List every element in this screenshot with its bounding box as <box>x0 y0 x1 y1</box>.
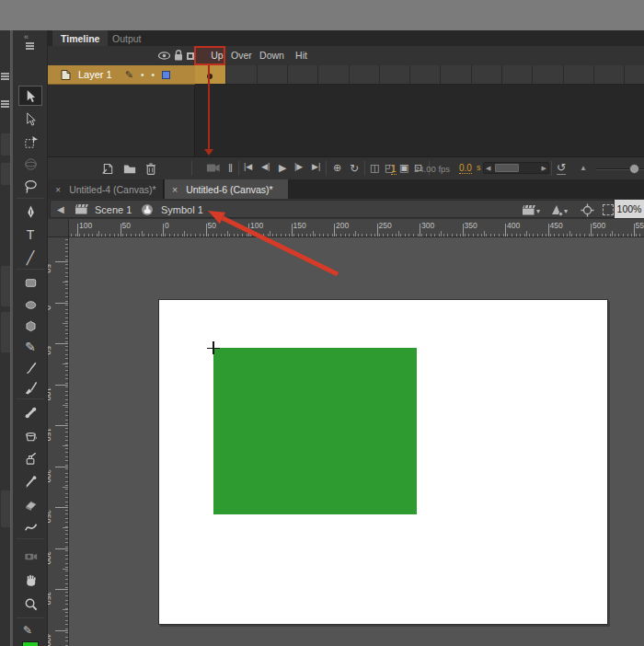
frame-cell[interactable] <box>624 65 625 84</box>
panel-menu-icon[interactable] <box>26 42 34 50</box>
layer-row-header[interactable]: Layer 1 ✎ • • <box>48 65 195 85</box>
pasteboard[interactable] <box>69 237 644 646</box>
docked-panel-button[interactable] <box>1 490 10 527</box>
frame-cell[interactable] <box>593 65 594 84</box>
layer-outline-color-swatch[interactable] <box>162 71 170 79</box>
document-tab-untitled-4[interactable]: × Untitled-4 (Canvas)* <box>48 179 164 199</box>
lock-icon[interactable] <box>173 49 184 62</box>
new-folder-button[interactable] <box>122 162 137 175</box>
center-frame-button[interactable]: ⊕ <box>333 162 341 174</box>
free-transform-tool[interactable] <box>18 132 42 152</box>
breadcrumb-symbol[interactable]: Symbol 1 <box>161 204 203 215</box>
eye-icon[interactable] <box>157 50 171 62</box>
tab-timeline[interactable]: Timeline <box>52 30 108 46</box>
layer-name[interactable]: Layer 1 <box>78 69 112 80</box>
stroke-color-icon[interactable]: ✎ <box>23 624 32 637</box>
eraser-tool[interactable] <box>18 494 42 514</box>
outline-icon[interactable] <box>187 52 194 60</box>
rectangle-tool[interactable] <box>18 272 42 293</box>
pencil-tool[interactable]: ✎ <box>18 337 42 357</box>
brush-tool[interactable] <box>18 357 42 377</box>
timeline-zoom-slider-knob[interactable] <box>629 164 639 174</box>
edit-scene-button[interactable] <box>522 204 536 216</box>
close-icon[interactable]: × <box>55 184 61 195</box>
pen-tool[interactable] <box>18 202 42 222</box>
frame-cell[interactable] <box>471 65 472 84</box>
collapse-panel-button[interactable]: « <box>24 32 29 41</box>
docked-panel-button[interactable] <box>1 133 10 156</box>
go-to-first-frame-button[interactable]: |◀ <box>244 162 252 171</box>
onion-skin-button[interactable]: ◫ <box>370 162 379 174</box>
docked-panel-button[interactable] <box>1 163 10 185</box>
step-forward-button[interactable]: |▶ <box>294 162 303 171</box>
eyedropper-tool[interactable] <box>18 471 42 491</box>
frame-cell[interactable] <box>317 65 318 84</box>
elapsed-time-value[interactable]: 0.0 <box>459 163 472 174</box>
loop-button[interactable]: ↻ <box>350 162 359 175</box>
frame-cell[interactable] <box>501 65 502 84</box>
stage-canvas[interactable] <box>158 299 608 625</box>
reset-timeline-zoom-button[interactable]: ↺ <box>557 161 566 175</box>
zoom-tool[interactable] <box>18 594 42 614</box>
docked-panel-button[interactable] <box>1 312 10 352</box>
chevron-down-icon[interactable]: ▾ <box>536 207 540 215</box>
frame-cell[interactable] <box>225 65 226 84</box>
scroll-left-arrow[interactable]: ◀ <box>486 165 490 172</box>
oval-tool[interactable] <box>18 294 42 315</box>
breadcrumb-scene[interactable]: Scene 1 <box>95 204 132 215</box>
panel-menu-icon[interactable] <box>1 100 9 108</box>
chevron-down-icon[interactable]: ▾ <box>564 207 568 215</box>
frame-rate-value[interactable]: 24.00 fps <box>414 164 450 174</box>
go-to-last-frame-button[interactable]: ▶| <box>312 162 320 171</box>
frame-cell[interactable] <box>532 65 533 84</box>
frame-cell[interactable] <box>349 65 350 84</box>
close-icon[interactable]: × <box>172 184 178 195</box>
layer-lock-dot[interactable]: • <box>151 70 155 80</box>
frame-cell[interactable] <box>287 65 288 84</box>
paint-bucket-tool[interactable] <box>18 425 42 445</box>
resize-handle-icon[interactable]: ▲ <box>580 164 587 172</box>
bone-tool[interactable] <box>18 402 42 422</box>
panel-menu-icon[interactable] <box>1 73 9 80</box>
frame-cell[interactable] <box>440 65 441 84</box>
back-button[interactable]: ◀ <box>57 204 64 214</box>
subselection-tool[interactable] <box>18 109 42 129</box>
width-tool[interactable] <box>18 517 42 537</box>
frame-cell[interactable] <box>257 65 258 84</box>
hand-tool[interactable] <box>18 570 42 590</box>
edit-multiple-frames-button[interactable]: ▣ <box>399 162 408 174</box>
pause-icon[interactable]: ‖ <box>228 162 233 175</box>
frame-label-hit[interactable]: Hit <box>286 50 316 61</box>
paint-brush-tool[interactable] <box>18 377 42 398</box>
timeline-frames-empty-area[interactable] <box>194 85 644 156</box>
tab-output[interactable]: Output <box>104 30 150 46</box>
step-back-button[interactable]: ◀| <box>261 162 270 171</box>
docked-panel-button[interactable] <box>1 266 10 306</box>
frame-cell[interactable] <box>563 65 564 84</box>
fill-color-swatch[interactable] <box>22 641 39 646</box>
edit-symbol-button[interactable] <box>549 203 564 217</box>
stage-zoom-field[interactable]: 100% <box>615 200 644 218</box>
frame-label-up[interactable]: Up <box>202 50 232 61</box>
current-frame-indicator[interactable]: 1 <box>391 163 397 175</box>
frame-cell[interactable] <box>409 65 410 84</box>
ink-bottle-tool[interactable] <box>18 448 42 468</box>
playhead-line[interactable] <box>208 65 210 151</box>
frame-cell[interactable] <box>379 65 380 84</box>
lasso-tool[interactable] <box>18 176 42 196</box>
line-tool[interactable]: ╱ <box>18 248 42 268</box>
selection-tool[interactable] <box>18 86 42 106</box>
document-tab-untitled-6[interactable]: × Untitled-6 (Canvas)* <box>165 179 288 199</box>
green-rectangle-shape[interactable] <box>213 348 417 514</box>
text-tool[interactable]: T <box>18 225 42 245</box>
polystar-tool[interactable] <box>18 316 42 336</box>
play-button[interactable]: ▶ <box>279 162 286 174</box>
delete-layer-button[interactable] <box>144 162 157 176</box>
clip-content-icon[interactable] <box>603 204 614 215</box>
frame-label-down[interactable]: Down <box>257 50 287 61</box>
scrollbar-thumb[interactable] <box>495 164 519 172</box>
new-layer-button[interactable] <box>101 162 115 176</box>
scroll-right-arrow[interactable]: ▶ <box>542 165 546 172</box>
timeline-scrollbar[interactable]: ◀ ▶ <box>483 162 549 174</box>
keyframe-cell-up[interactable] <box>195 65 225 84</box>
